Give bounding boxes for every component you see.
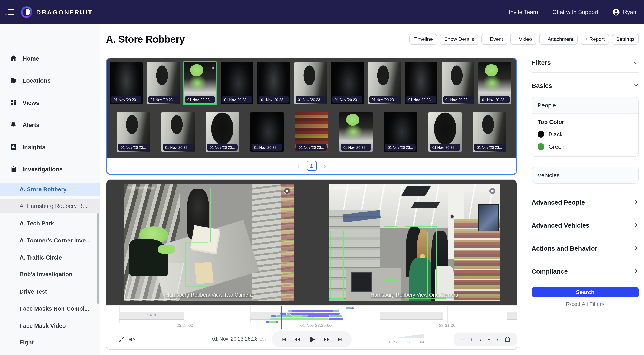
video-thumbnail[interactable]: 01 Nov '20 23... <box>368 62 400 104</box>
video-thumbnail[interactable]: 01 Nov '20 23... <box>384 112 417 152</box>
invite-team-link[interactable]: Invite Team <box>509 9 538 15</box>
timeline-scrubber[interactable]: 1 MIN23:27:0001 Nov 23:29:0023:31:00 <box>106 305 517 329</box>
video-thumbnail[interactable]: 01 Nov '20 23... <box>117 112 150 152</box>
video-coverage-bar[interactable] <box>507 311 517 320</box>
menu-list-icon[interactable] <box>5 7 14 17</box>
show-details-button[interactable]: Show Details <box>440 34 478 45</box>
investigation-item[interactable]: Fight <box>0 336 100 349</box>
step-back-icon[interactable]: ‹ <box>480 336 482 342</box>
investigation-item[interactable]: A. Harrisburg Robbery R... <box>0 199 100 213</box>
chevron-right-icon[interactable] <box>633 268 639 274</box>
center-playhead-icon[interactable]: ● <box>488 337 490 341</box>
thumbnail-menu-icon[interactable]: ••• <box>212 64 214 70</box>
speed-control[interactable]: 1/64x 1x 64x <box>388 333 426 346</box>
basics-section-header[interactable]: Basics <box>532 80 639 90</box>
video-thumbnail[interactable]: 01 Nov '20 23... <box>295 112 328 152</box>
filters-header[interactable]: Filters <box>532 59 639 66</box>
dragonfruit-logo-icon[interactable] <box>21 6 32 18</box>
camera-badge-icon[interactable] <box>284 188 290 194</box>
event-track-segment[interactable] <box>329 318 343 320</box>
chevron-right-icon[interactable] <box>633 245 639 251</box>
speed-current-label[interactable]: 1x <box>407 340 410 344</box>
video-thumbnail[interactable]: 01 Nov '20 23... <box>220 62 253 104</box>
event-button[interactable]: + Event <box>481 34 507 45</box>
sidebar-item-insights[interactable]: Insights <box>0 140 100 153</box>
event-track-segment[interactable] <box>269 321 276 323</box>
color-option-green[interactable]: Green <box>538 143 633 150</box>
vehicles-filter-card[interactable]: Vehicles <box>532 167 639 184</box>
chevron-down-icon[interactable] <box>633 82 639 88</box>
skip-end-icon[interactable] <box>337 336 343 342</box>
video-thumbnail[interactable]: 01 Nov '20 23... <box>257 62 290 104</box>
timeline-playhead[interactable] <box>281 305 282 329</box>
advanced-people-section[interactable]: Advanced People <box>532 197 639 207</box>
compliance-section[interactable]: Compliance <box>532 266 639 276</box>
video-thumbnail[interactable]: 01 Nov '20 23... <box>339 112 372 152</box>
video-thumbnail[interactable]: 01 Nov '20 23... <box>250 112 284 152</box>
event-track-segment[interactable] <box>292 315 301 317</box>
video-thumbnail[interactable]: 01 Nov '20 23...••• <box>184 62 216 104</box>
sidebar-item-home[interactable]: Home <box>0 52 100 65</box>
video-thumbnail[interactable]: 01 Nov '20 23... <box>294 62 327 104</box>
video-thumbnail[interactable]: 01 Nov '20 23... <box>473 112 506 152</box>
mute-icon[interactable] <box>128 335 136 343</box>
rewind-icon[interactable] <box>294 336 300 342</box>
event-track-segment[interactable] <box>307 315 329 317</box>
video-thumbnail[interactable]: 01 Nov '20 23... <box>428 112 462 152</box>
event-track-segment[interactable] <box>276 321 278 323</box>
event-track-segment[interactable] <box>266 321 269 323</box>
prev-page-icon[interactable]: ‹ <box>297 162 300 169</box>
event-track-segment[interactable] <box>287 313 290 314</box>
investigation-item[interactable]: Bob's Investigation <box>0 268 100 281</box>
skip-start-icon[interactable] <box>281 336 286 342</box>
video-thumbnail[interactable]: 01 Nov '20 23... <box>405 62 438 104</box>
fast-forward-icon[interactable] <box>323 336 330 342</box>
investigation-item[interactable]: A. Tech Park <box>0 217 100 230</box>
event-track-segment[interactable] <box>352 307 354 309</box>
video-label[interactable]: Harrisburg Robbery View One Camera <box>329 292 500 298</box>
speed-min-label[interactable]: 1/64x <box>388 340 398 344</box>
sidebar-item-views[interactable]: Views <box>0 96 100 109</box>
settings-button[interactable]: Settings <box>612 34 639 45</box>
report-button[interactable]: + Report <box>581 34 609 45</box>
video-thumbnail[interactable]: 01 Nov '20 23... <box>110 62 143 104</box>
user-menu[interactable]: Ryan <box>613 8 636 16</box>
video-label[interactable]: Harrisburg Robbery View Two Camera <box>124 292 294 298</box>
chevron-right-icon[interactable] <box>633 199 639 205</box>
video-thumbnail[interactable]: 01 Nov '20 23... <box>147 62 180 104</box>
fullscreen-icon[interactable] <box>118 335 125 343</box>
speed-ramp[interactable] <box>393 334 424 338</box>
chevron-down-icon[interactable] <box>633 60 639 65</box>
advanced-vehicles-section[interactable]: Advanced Vehicles <box>532 220 639 230</box>
timeline-button[interactable]: Timeline <box>409 34 437 45</box>
zoom-out-icon[interactable]: − <box>460 336 464 342</box>
investigation-item[interactable]: Drive Test <box>0 285 100 298</box>
event-track-segment[interactable] <box>346 307 352 309</box>
video-view-one[interactable]: Harrisburg Robbery View One Camera <box>329 184 500 301</box>
event-track-segment[interactable] <box>292 310 333 312</box>
event-track-segment[interactable] <box>271 315 276 317</box>
event-track-segment[interactable] <box>290 313 340 314</box>
event-track-segment[interactable] <box>276 315 292 317</box>
speed-max-label[interactable]: 64x <box>420 340 426 344</box>
investigation-item[interactable]: A. Toomer's Corner Inve... <box>0 234 100 247</box>
next-page-icon[interactable]: › <box>324 162 326 169</box>
video-thumbnail[interactable]: 01 Nov '20 23... <box>161 112 194 152</box>
calendar-icon[interactable] <box>505 337 510 342</box>
investigation-item[interactable]: Face Masks Non-Compl... <box>0 302 100 315</box>
video-thumbnail[interactable]: 01 Nov '20 23... <box>206 112 239 152</box>
actions-and-behavior-section[interactable]: Actions and Behavior <box>532 243 639 253</box>
video-coverage-bar[interactable]: 1 MIN <box>119 311 184 320</box>
sidebar-item-investigations[interactable]: Investigations <box>0 162 100 176</box>
investigation-item[interactable]: A. Store Robbery <box>0 183 100 196</box>
event-track-segment[interactable] <box>329 315 342 317</box>
event-track-segment[interactable] <box>333 310 339 312</box>
video-thumbnail[interactable]: 01 Nov '20 23... <box>478 62 511 104</box>
reset-all-filters-link[interactable]: Reset All Filters <box>532 301 639 307</box>
sidebar-item-locations[interactable]: Locations <box>0 74 100 87</box>
attachment-button[interactable]: + Attachment <box>539 34 578 45</box>
step-forward-icon[interactable]: › <box>497 336 498 342</box>
video-thumbnail[interactable]: 01 Nov '20 23... <box>442 62 474 104</box>
video-thumbnail[interactable]: 01 Nov '20 23... <box>331 62 364 104</box>
video-view-two[interactable]: Harrisburg Robbery View Two Camera <box>124 184 294 301</box>
